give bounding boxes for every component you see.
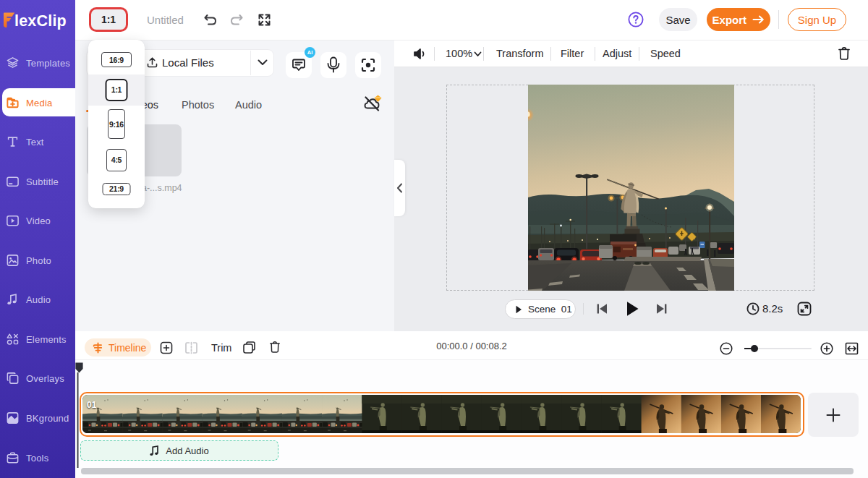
svg-text:lexClip: lexClip [14,12,67,30]
